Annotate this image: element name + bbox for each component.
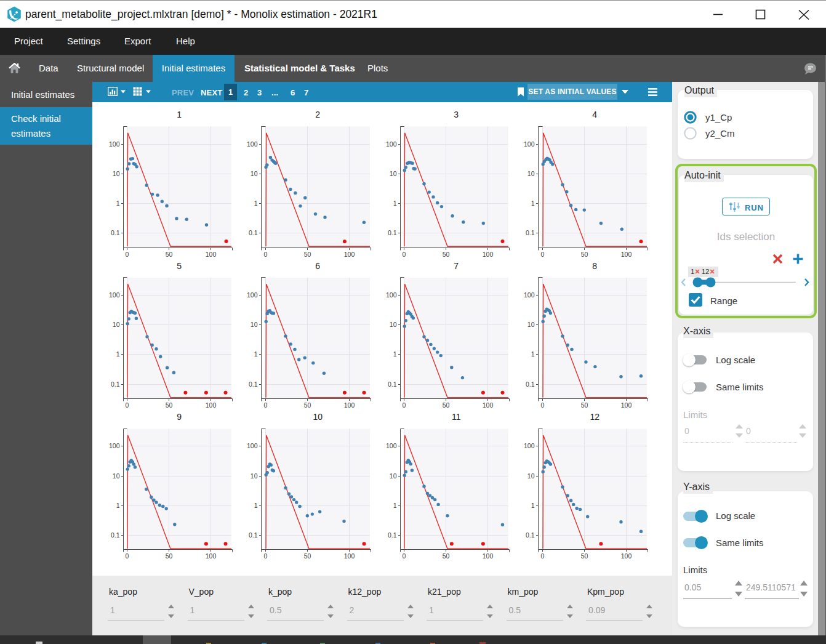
svg-text:50: 50 bbox=[166, 251, 173, 258]
svg-text:0: 0 bbox=[126, 552, 129, 560]
svg-text:100: 100 bbox=[524, 442, 535, 449]
svg-text:10: 10 bbox=[113, 472, 120, 480]
svg-text:1: 1 bbox=[116, 350, 120, 358]
svg-text:2: 2 bbox=[315, 110, 320, 119]
svg-text:100: 100 bbox=[344, 552, 355, 560]
svg-text:0.1: 0.1 bbox=[111, 380, 120, 388]
svg-text:100: 100 bbox=[386, 140, 397, 148]
svg-text:50: 50 bbox=[581, 251, 588, 258]
svg-text:0: 0 bbox=[541, 552, 545, 560]
svg-text:0: 0 bbox=[403, 251, 406, 258]
svg-text:0: 0 bbox=[264, 401, 268, 409]
svg-text:0: 0 bbox=[541, 401, 545, 409]
svg-text:10: 10 bbox=[527, 472, 535, 480]
svg-text:50: 50 bbox=[443, 552, 450, 560]
svg-text:0.1: 0.1 bbox=[388, 229, 397, 236]
svg-text:0: 0 bbox=[126, 251, 129, 258]
svg-text:10: 10 bbox=[390, 170, 397, 177]
svg-text:100: 100 bbox=[109, 291, 120, 299]
svg-text:1: 1 bbox=[531, 502, 535, 509]
svg-text:0: 0 bbox=[403, 401, 406, 409]
svg-text:1: 1 bbox=[254, 502, 258, 509]
svg-text:100: 100 bbox=[483, 552, 494, 560]
svg-text:10: 10 bbox=[390, 321, 397, 328]
svg-text:100: 100 bbox=[386, 291, 397, 299]
svg-text:10: 10 bbox=[313, 412, 323, 422]
svg-text:10: 10 bbox=[251, 170, 258, 177]
svg-text:50: 50 bbox=[304, 251, 311, 258]
svg-text:100: 100 bbox=[621, 552, 632, 560]
svg-text:10: 10 bbox=[390, 472, 397, 480]
svg-text:5: 5 bbox=[177, 261, 182, 271]
svg-text:0.1: 0.1 bbox=[526, 531, 535, 539]
svg-text:100: 100 bbox=[344, 251, 355, 258]
svg-text:1: 1 bbox=[393, 199, 397, 207]
svg-text:100: 100 bbox=[483, 401, 494, 409]
svg-text:50: 50 bbox=[581, 552, 588, 560]
svg-text:100: 100 bbox=[206, 401, 217, 409]
svg-text:50: 50 bbox=[443, 401, 450, 409]
svg-text:100: 100 bbox=[621, 401, 632, 409]
svg-text:0.1: 0.1 bbox=[526, 380, 535, 388]
svg-text:10: 10 bbox=[251, 472, 258, 480]
svg-text:100: 100 bbox=[344, 401, 355, 409]
svg-text:100: 100 bbox=[247, 442, 258, 449]
svg-text:100: 100 bbox=[109, 140, 120, 148]
svg-text:0.1: 0.1 bbox=[111, 531, 120, 539]
svg-text:1: 1 bbox=[254, 350, 258, 358]
svg-text:0: 0 bbox=[541, 251, 545, 258]
svg-text:1: 1 bbox=[116, 199, 120, 207]
svg-text:1: 1 bbox=[531, 350, 535, 358]
svg-text:11: 11 bbox=[452, 412, 461, 422]
svg-text:10: 10 bbox=[251, 321, 258, 328]
svg-text:100: 100 bbox=[206, 552, 217, 560]
svg-text:0: 0 bbox=[264, 552, 268, 560]
svg-text:0: 0 bbox=[264, 251, 268, 258]
svg-text:50: 50 bbox=[304, 401, 311, 409]
svg-text:1: 1 bbox=[393, 502, 397, 509]
svg-text:50: 50 bbox=[304, 552, 311, 560]
svg-text:10: 10 bbox=[527, 321, 535, 328]
svg-text:100: 100 bbox=[206, 251, 217, 258]
svg-text:50: 50 bbox=[443, 251, 450, 258]
svg-text:100: 100 bbox=[109, 442, 120, 449]
svg-text:1: 1 bbox=[116, 502, 120, 509]
svg-text:1: 1 bbox=[393, 350, 397, 358]
svg-text:0.1: 0.1 bbox=[388, 380, 397, 388]
svg-text:12: 12 bbox=[590, 412, 599, 422]
svg-text:0.1: 0.1 bbox=[111, 229, 120, 236]
svg-text:10: 10 bbox=[527, 170, 535, 177]
svg-text:100: 100 bbox=[621, 251, 632, 258]
svg-text:50: 50 bbox=[166, 401, 173, 409]
svg-text:0.1: 0.1 bbox=[249, 531, 258, 539]
svg-text:0.1: 0.1 bbox=[388, 531, 397, 539]
svg-text:100: 100 bbox=[247, 140, 258, 148]
svg-text:4: 4 bbox=[592, 110, 597, 119]
svg-text:0.1: 0.1 bbox=[249, 229, 258, 236]
svg-text:100: 100 bbox=[483, 251, 494, 258]
svg-text:3: 3 bbox=[454, 110, 459, 119]
svg-text:100: 100 bbox=[524, 291, 535, 299]
svg-text:7: 7 bbox=[454, 261, 459, 271]
svg-text:10: 10 bbox=[113, 321, 120, 328]
svg-text:1: 1 bbox=[254, 199, 258, 207]
svg-text:0.1: 0.1 bbox=[526, 229, 535, 236]
svg-text:0.1: 0.1 bbox=[249, 380, 258, 388]
svg-text:1: 1 bbox=[177, 110, 182, 119]
svg-text:100: 100 bbox=[247, 291, 258, 299]
svg-text:50: 50 bbox=[581, 401, 588, 409]
svg-text:0: 0 bbox=[403, 552, 406, 560]
svg-text:10: 10 bbox=[113, 170, 120, 177]
svg-text:6: 6 bbox=[315, 261, 320, 271]
svg-text:8: 8 bbox=[592, 261, 597, 271]
svg-text:100: 100 bbox=[386, 442, 397, 449]
svg-text:100: 100 bbox=[524, 140, 535, 148]
svg-text:9: 9 bbox=[177, 412, 182, 422]
svg-text:0: 0 bbox=[126, 401, 129, 409]
svg-text:50: 50 bbox=[166, 552, 173, 560]
svg-text:1: 1 bbox=[531, 199, 535, 207]
